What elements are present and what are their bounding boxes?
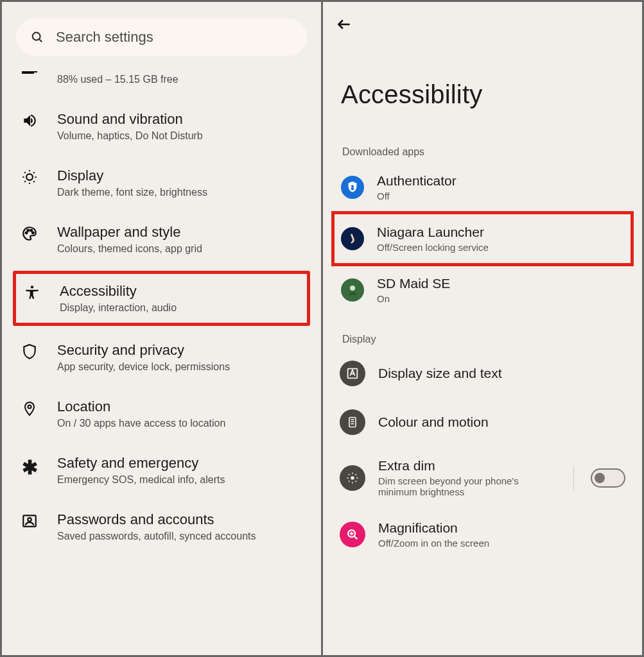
svg-line-27 <box>356 474 356 475</box>
settings-item-security[interactable]: Security and privacy App security, devic… <box>2 329 321 386</box>
settings-title: Passwords and accounts <box>57 511 256 528</box>
settings-sub: Saved passwords, autofill, synced accoun… <box>57 531 256 542</box>
settings-sub: Dark theme, font size, brightness <box>57 187 207 198</box>
accessibility-screen: Accessibility Downloaded apps Authentica… <box>323 2 642 655</box>
display-item-size-text[interactable]: Display size and text <box>323 349 642 398</box>
settings-sub: Emergency SOS, medical info, alerts <box>57 474 225 486</box>
authenticator-icon <box>341 176 364 199</box>
settings-item-safety[interactable]: ✱ Safety and emergency Emergency SOS, me… <box>2 442 321 499</box>
svg-point-10 <box>28 518 31 521</box>
svg-point-0 <box>33 33 40 40</box>
settings-item-sound[interactable]: Sound and vibration Volume, haptics, Do … <box>2 98 321 155</box>
display-item-extra-dim[interactable]: Extra dim Dim screen beyond your phone's… <box>323 447 642 509</box>
divider <box>573 466 574 490</box>
app-title: Niagara Launcher <box>377 225 489 240</box>
settings-item-location[interactable]: Location On / 30 apps have access to loc… <box>2 386 321 442</box>
palette-icon <box>16 225 43 242</box>
display-title: Extra dim <box>378 458 555 474</box>
svg-point-5 <box>30 230 32 232</box>
asterisk-icon: ✱ <box>16 456 43 479</box>
niagara-icon <box>341 227 364 250</box>
settings-sub: On / 30 apps have access to location <box>57 418 225 429</box>
page-title: Accessibility <box>323 39 642 140</box>
svg-line-26 <box>349 481 349 481</box>
sdmaid-icon <box>341 278 364 302</box>
display-title: Colour and motion <box>378 414 625 430</box>
settings-title: Display <box>57 167 207 184</box>
storage-icon <box>16 71 43 74</box>
svg-point-2 <box>26 174 33 180</box>
section-display: Display <box>323 327 642 349</box>
extra-dim-toggle[interactable] <box>591 468 625 488</box>
text-size-icon <box>340 361 365 386</box>
svg-line-1 <box>39 39 42 42</box>
display-title: Magnification <box>378 520 625 536</box>
display-item-colour-motion[interactable]: Colour and motion <box>323 398 642 447</box>
settings-sub: Colours, themed icons, app grid <box>57 243 202 255</box>
toggle-knob <box>595 473 605 483</box>
search-bar[interactable]: Search settings <box>16 19 307 56</box>
settings-sub: Volume, haptics, Do Not Disturb <box>57 130 203 142</box>
svg-line-29 <box>354 536 358 540</box>
app-item-niagara[interactable]: Niagara Launcher Off/Screen locking serv… <box>333 213 632 264</box>
svg-point-11 <box>351 185 354 187</box>
account-box-icon <box>16 513 43 529</box>
app-title: Authenticator <box>377 173 457 189</box>
settings-title: Wallpaper and style <box>57 224 202 241</box>
app-item-sdmaid[interactable]: SD Maid SE On <box>323 264 642 316</box>
settings-sub: App security, device lock, permissions <box>57 361 230 373</box>
search-placeholder: Search settings <box>56 29 153 46</box>
svg-line-24 <box>349 474 349 475</box>
app-item-authenticator[interactable]: Authenticator Off <box>323 162 642 213</box>
sound-icon <box>16 112 43 129</box>
svg-point-7 <box>31 286 33 288</box>
settings-title: Sound and vibration <box>57 111 203 128</box>
dim-icon <box>340 465 365 491</box>
back-icon[interactable] <box>336 16 629 33</box>
display-item-magnification[interactable]: Magnification Off/Zoom in on the screen <box>323 509 642 560</box>
settings-screen: Search settings 88% used – 15.15 GB free… <box>2 2 321 655</box>
svg-point-4 <box>27 230 29 232</box>
display-icon <box>16 169 43 185</box>
settings-item-accessibility[interactable]: Accessibility Display, interaction, audi… <box>13 271 309 325</box>
settings-title: Security and privacy <box>57 342 230 359</box>
settings-title: Accessibility <box>60 283 177 300</box>
location-icon <box>16 400 43 418</box>
svg-point-3 <box>26 232 28 234</box>
magnification-icon <box>340 522 365 547</box>
settings-title: Safety and emergency <box>57 455 225 472</box>
svg-point-8 <box>28 405 31 409</box>
settings-item-display[interactable]: Display Dark theme, font size, brightnes… <box>2 155 321 211</box>
settings-title: Location <box>57 398 225 415</box>
app-sub: On <box>377 293 450 304</box>
svg-rect-12 <box>351 187 354 191</box>
accessibility-icon <box>19 284 46 301</box>
settings-item-wallpaper[interactable]: Wallpaper and style Colours, themed icon… <box>2 211 321 268</box>
storage-sub: 88% used – 15.15 GB free <box>57 74 178 85</box>
colour-icon <box>340 409 365 435</box>
display-sub: Dim screen beyond your phone's minimum b… <box>378 475 555 497</box>
svg-point-13 <box>350 286 355 291</box>
shield-icon <box>16 343 43 360</box>
display-title: Display size and text <box>378 366 625 381</box>
settings-item-storage[interactable]: 88% used – 15.15 GB free <box>2 67 321 98</box>
settings-item-passwords[interactable]: Passwords and accounts Saved passwords, … <box>2 499 321 555</box>
app-sub: Off <box>377 191 457 201</box>
svg-point-6 <box>32 232 34 234</box>
section-downloaded-apps: Downloaded apps <box>323 140 642 162</box>
search-icon <box>30 30 44 44</box>
app-sub: Off/Screen locking service <box>377 242 489 253</box>
svg-point-19 <box>351 476 354 480</box>
svg-line-25 <box>356 481 356 481</box>
settings-sub: Display, interaction, audio <box>60 302 177 314</box>
display-sub: Off/Zoom in on the screen <box>378 538 558 549</box>
app-title: SD Maid SE <box>377 276 450 291</box>
